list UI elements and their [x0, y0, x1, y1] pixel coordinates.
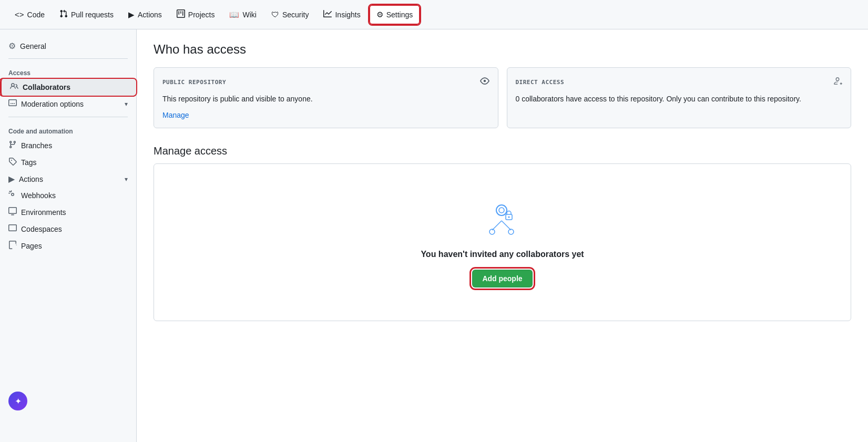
nav-pull-requests-label: Pull requests: [71, 11, 114, 19]
sidebar-item-moderation[interactable]: Moderation options ▾: [0, 96, 136, 112]
sidebar-pages-label: Pages: [21, 242, 42, 250]
sidebar-webhooks-label: Webhooks: [21, 191, 56, 200]
public-repo-header: PUBLIC REPOSITORY: [162, 76, 489, 88]
sidebar-divider-1: [8, 58, 128, 59]
environments-icon: [8, 207, 17, 218]
sidebar-item-environments[interactable]: Environments: [0, 204, 136, 221]
branches-icon: [8, 140, 17, 151]
code-icon: <>: [15, 10, 24, 19]
moderation-chevron-icon: ▾: [125, 100, 128, 108]
sidebar-divider-2: [8, 117, 128, 117]
manage-access-title: Manage access: [154, 145, 851, 157]
manage-link[interactable]: Manage: [162, 111, 189, 119]
sidebar-collaborators-label: Collaborators: [23, 83, 70, 91]
nav-code-label: Code: [27, 11, 45, 19]
layout: ⚙ General Access Collaborators Moderatio…: [0, 29, 868, 442]
pages-icon: [8, 241, 17, 251]
sidebar-item-codespaces[interactable]: Codespaces: [0, 221, 136, 238]
svg-point-3: [508, 216, 509, 218]
access-cards: PUBLIC REPOSITORY This repository is pub…: [154, 67, 851, 128]
page-title: Who has access: [154, 42, 851, 57]
sidebar-general-label: General: [20, 42, 46, 50]
svg-line-4: [492, 221, 502, 230]
nav-security-label: Security: [282, 11, 309, 19]
moderation-icon: [8, 99, 17, 109]
manage-access-box: You haven't invited any collaborators ye…: [154, 163, 851, 321]
nav-wiki[interactable]: 📖 Wiki: [223, 6, 262, 24]
settings-icon: ⚙: [376, 10, 383, 19]
insights-icon: [323, 9, 332, 19]
nav-pull-requests[interactable]: Pull requests: [53, 5, 120, 24]
sidebar-item-branches[interactable]: Branches: [0, 137, 136, 154]
sidebar: ⚙ General Access Collaborators Moderatio…: [0, 29, 137, 442]
svg-line-5: [502, 221, 511, 230]
gear-icon: ⚙: [8, 41, 16, 51]
nav-actions[interactable]: ▶ Actions: [122, 6, 168, 24]
person-add-icon: [833, 76, 842, 88]
sidebar-access-section: Access: [0, 63, 136, 79]
direct-access-text: 0 collaborators have access to this repo…: [516, 94, 843, 105]
codespaces-icon: [8, 224, 17, 234]
nav-projects-label: Projects: [188, 11, 215, 19]
direct-access-label: DIRECT ACCESS: [516, 79, 565, 86]
actions-icon: ▶: [128, 10, 135, 19]
sidebar-item-pages[interactable]: Pages: [0, 238, 136, 254]
top-nav: <> Code Pull requests ▶ Actions Projects…: [0, 0, 868, 29]
main-content: Who has access PUBLIC REPOSITORY This re…: [137, 29, 868, 442]
wiki-icon: 📖: [229, 10, 239, 19]
sidebar-item-general[interactable]: ⚙ General: [0, 38, 136, 54]
direct-access-card: DIRECT ACCESS 0 collaborators have acces…: [507, 67, 852, 128]
sidebar-code-automation-section: Code and automation: [0, 121, 136, 137]
user-avatar[interactable]: ✦: [8, 392, 27, 410]
collaborators-icon: [10, 82, 18, 92]
nav-settings-label: Settings: [386, 11, 413, 19]
sidebar-actions-label: Actions: [19, 175, 43, 183]
nav-security[interactable]: 🛡 Security: [265, 6, 315, 23]
sidebar-branches-label: Branches: [21, 141, 52, 150]
sidebar-item-collaborators[interactable]: Collaborators: [0, 79, 136, 96]
nav-settings[interactable]: ⚙ Settings: [369, 5, 421, 25]
nav-projects[interactable]: Projects: [170, 5, 221, 24]
sidebar-item-tags[interactable]: Tags: [0, 154, 136, 171]
sidebar-moderation-label: Moderation options: [21, 100, 84, 108]
projects-icon: [177, 9, 185, 19]
direct-access-header: DIRECT ACCESS: [516, 76, 843, 88]
nav-wiki-label: Wiki: [242, 11, 256, 19]
sidebar-tags-label: Tags: [21, 158, 37, 167]
svg-point-1: [499, 208, 504, 213]
nav-insights-label: Insights: [335, 11, 360, 19]
webhooks-icon: [8, 190, 17, 201]
sidebar-item-actions[interactable]: ▶ Actions ▾: [0, 171, 136, 187]
add-people-button[interactable]: Add people: [472, 270, 532, 287]
sidebar-environments-label: Environments: [21, 208, 66, 217]
svg-point-0: [496, 205, 507, 215]
eye-icon: [480, 76, 489, 88]
sidebar-codespaces-label: Codespaces: [21, 225, 62, 233]
public-repo-text: This repository is public and visible to…: [162, 94, 489, 105]
pull-request-icon: [59, 9, 68, 19]
nav-insights[interactable]: Insights: [317, 5, 366, 24]
nav-actions-label: Actions: [138, 11, 162, 19]
public-repo-card: PUBLIC REPOSITORY This repository is pub…: [154, 67, 498, 128]
nav-code[interactable]: <> Code: [8, 6, 51, 23]
sidebar-item-webhooks[interactable]: Webhooks: [0, 187, 136, 204]
public-repo-label: PUBLIC REPOSITORY: [162, 79, 226, 86]
actions-sidebar-icon: ▶: [8, 174, 15, 184]
no-collab-text: You haven't invited any collaborators ye…: [421, 250, 584, 259]
tags-icon: [8, 157, 17, 168]
security-icon: 🛡: [271, 10, 279, 19]
collab-empty-icon: [482, 198, 524, 241]
actions-chevron-icon: ▾: [125, 176, 128, 183]
